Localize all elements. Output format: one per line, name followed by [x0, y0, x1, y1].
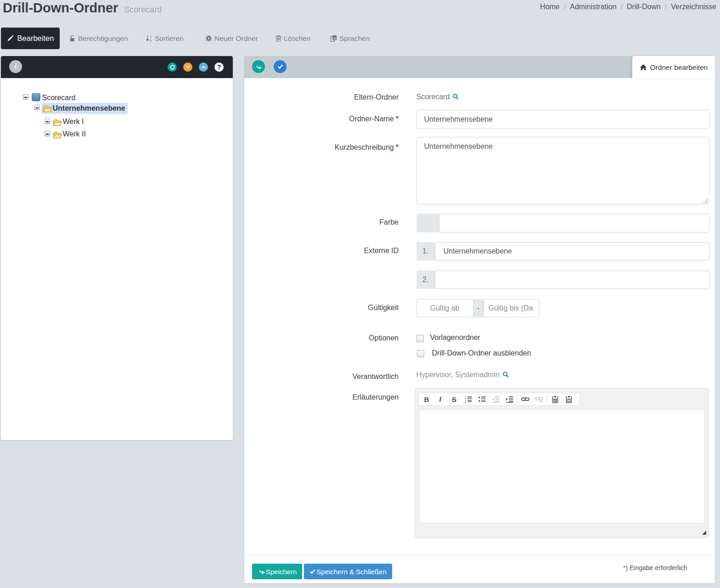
- svg-text:T: T: [568, 399, 570, 401]
- svg-text:1: 1: [465, 396, 467, 399]
- svg-text:q: q: [333, 36, 335, 40]
- svg-text:9: 9: [150, 39, 152, 42]
- svg-text:2: 2: [465, 400, 467, 403]
